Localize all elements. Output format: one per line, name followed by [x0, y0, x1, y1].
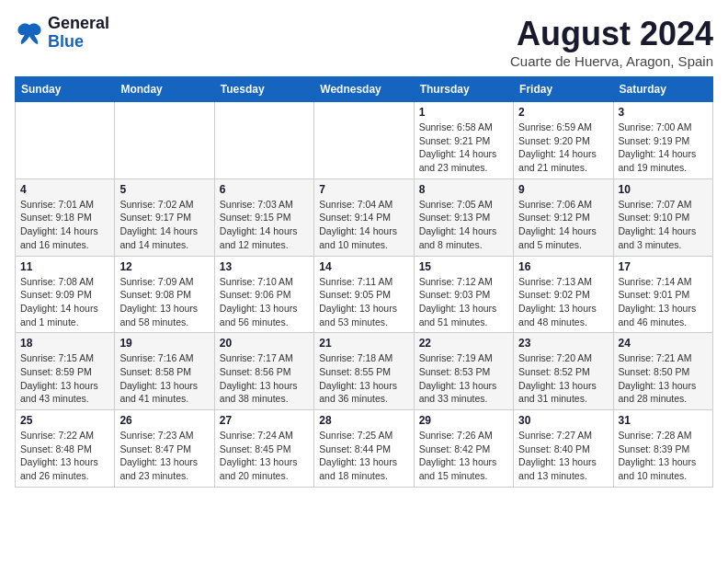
- day-number: 20: [220, 337, 309, 350]
- day-info: Sunrise: 7:26 AMSunset: 8:42 PMDaylight:…: [419, 429, 508, 483]
- day-number: 11: [20, 260, 109, 273]
- day-info: Sunrise: 7:04 AMSunset: 9:14 PMDaylight:…: [319, 198, 408, 252]
- calendar-cell: 22Sunrise: 7:19 AMSunset: 8:53 PMDayligh…: [414, 333, 513, 410]
- day-info: Sunrise: 7:20 AMSunset: 8:52 PMDaylight:…: [518, 351, 608, 406]
- logo: General Blue: [15, 15, 109, 52]
- weekday-header-sunday: Sunday: [16, 77, 115, 102]
- calendar-cell: 9Sunrise: 7:06 AMSunset: 9:12 PMDaylight…: [514, 178, 613, 256]
- calendar-cell: 13Sunrise: 7:10 AMSunset: 9:06 PMDayligh…: [214, 256, 313, 333]
- calendar-cell: 8Sunrise: 7:05 AMSunset: 9:13 PMDaylight…: [414, 178, 513, 256]
- calendar-table: SundayMondayTuesdayWednesdayThursdayFrid…: [15, 76, 713, 488]
- day-info: Sunrise: 6:59 AMSunset: 9:20 PMDaylight:…: [518, 121, 608, 175]
- day-number: 19: [119, 337, 209, 350]
- day-info: Sunrise: 7:09 AMSunset: 9:08 PMDaylight:…: [119, 275, 209, 329]
- day-number: 16: [518, 260, 608, 273]
- day-info: Sunrise: 7:08 AMSunset: 9:09 PMDaylight:…: [20, 275, 109, 329]
- calendar-cell: 11Sunrise: 7:08 AMSunset: 9:09 PMDayligh…: [16, 256, 115, 333]
- day-number: 28: [319, 414, 408, 427]
- day-number: 8: [419, 183, 508, 196]
- calendar-cell: 5Sunrise: 7:02 AMSunset: 9:17 PMDaylight…: [115, 178, 214, 256]
- weekday-header-tuesday: Tuesday: [214, 77, 313, 102]
- day-number: 25: [20, 414, 109, 427]
- calendar-cell: 7Sunrise: 7:04 AMSunset: 9:14 PMDaylight…: [314, 178, 414, 256]
- day-info: Sunrise: 7:21 AMSunset: 8:50 PMDaylight:…: [619, 351, 708, 406]
- month-title: August 2024: [510, 15, 713, 53]
- calendar-cell: 16Sunrise: 7:13 AMSunset: 9:02 PMDayligh…: [514, 256, 613, 333]
- calendar-cell: 23Sunrise: 7:20 AMSunset: 8:52 PMDayligh…: [514, 333, 613, 410]
- day-info: Sunrise: 7:00 AMSunset: 9:19 PMDaylight:…: [619, 121, 708, 175]
- weekday-header-saturday: Saturday: [613, 77, 712, 102]
- day-info: Sunrise: 7:06 AMSunset: 9:12 PMDaylight:…: [518, 198, 608, 252]
- day-info: Sunrise: 7:17 AMSunset: 8:56 PMDaylight:…: [220, 351, 309, 406]
- calendar-cell: 15Sunrise: 7:12 AMSunset: 9:03 PMDayligh…: [414, 256, 513, 333]
- day-number: 17: [619, 260, 708, 273]
- day-number: 21: [319, 337, 408, 350]
- day-number: 7: [319, 183, 408, 196]
- calendar-week-row: 25Sunrise: 7:22 AMSunset: 8:48 PMDayligh…: [16, 410, 713, 488]
- day-info: Sunrise: 7:14 AMSunset: 9:01 PMDaylight:…: [619, 275, 708, 329]
- calendar-cell: 2Sunrise: 6:59 AMSunset: 9:20 PMDaylight…: [514, 102, 613, 179]
- weekday-header-monday: Monday: [115, 77, 214, 102]
- day-info: Sunrise: 7:18 AMSunset: 8:55 PMDaylight:…: [319, 351, 408, 406]
- day-number: 31: [619, 414, 708, 427]
- day-info: Sunrise: 7:05 AMSunset: 9:13 PMDaylight:…: [419, 198, 508, 252]
- day-info: Sunrise: 7:02 AMSunset: 9:17 PMDaylight:…: [119, 198, 209, 252]
- day-info: Sunrise: 7:19 AMSunset: 8:53 PMDaylight:…: [419, 351, 508, 406]
- calendar-cell: 31Sunrise: 7:28 AMSunset: 8:39 PMDayligh…: [613, 410, 712, 488]
- calendar-cell: 25Sunrise: 7:22 AMSunset: 8:48 PMDayligh…: [16, 410, 115, 488]
- day-info: Sunrise: 7:10 AMSunset: 9:06 PMDaylight:…: [220, 275, 309, 329]
- day-number: 27: [220, 414, 309, 427]
- calendar-cell: 12Sunrise: 7:09 AMSunset: 9:08 PMDayligh…: [115, 256, 214, 333]
- calendar-cell: 1Sunrise: 6:58 AMSunset: 9:21 PMDaylight…: [414, 102, 513, 179]
- calendar-week-row: 4Sunrise: 7:01 AMSunset: 9:18 PMDaylight…: [16, 178, 713, 256]
- location-subtitle: Cuarte de Huerva, Aragon, Spain: [510, 53, 713, 69]
- day-number: 3: [619, 106, 708, 119]
- day-info: Sunrise: 7:15 AMSunset: 8:59 PMDaylight:…: [20, 351, 109, 406]
- day-number: 6: [220, 183, 309, 196]
- day-info: Sunrise: 7:27 AMSunset: 8:40 PMDaylight:…: [518, 429, 608, 483]
- calendar-cell: 14Sunrise: 7:11 AMSunset: 9:05 PMDayligh…: [314, 256, 414, 333]
- day-number: 13: [220, 260, 309, 273]
- calendar-cell: 3Sunrise: 7:00 AMSunset: 9:19 PMDaylight…: [613, 102, 712, 179]
- day-number: 10: [619, 183, 708, 196]
- calendar-cell: 28Sunrise: 7:25 AMSunset: 8:44 PMDayligh…: [314, 410, 414, 488]
- day-number: 4: [20, 183, 109, 196]
- day-number: 18: [20, 337, 109, 350]
- calendar-cell: [314, 102, 414, 179]
- day-info: Sunrise: 7:24 AMSunset: 8:45 PMDaylight:…: [220, 429, 309, 483]
- calendar-cell: 24Sunrise: 7:21 AMSunset: 8:50 PMDayligh…: [613, 333, 712, 410]
- weekday-header-thursday: Thursday: [414, 77, 513, 102]
- day-info: Sunrise: 7:28 AMSunset: 8:39 PMDaylight:…: [619, 429, 708, 483]
- day-number: 22: [419, 337, 508, 350]
- calendar-cell: 20Sunrise: 7:17 AMSunset: 8:56 PMDayligh…: [214, 333, 313, 410]
- logo-icon: [15, 20, 44, 46]
- title-block: August 2024 Cuarte de Huerva, Aragon, Sp…: [510, 15, 713, 69]
- day-info: Sunrise: 7:25 AMSunset: 8:44 PMDaylight:…: [319, 429, 408, 483]
- calendar-cell: 19Sunrise: 7:16 AMSunset: 8:58 PMDayligh…: [115, 333, 214, 410]
- calendar-cell: [214, 102, 313, 179]
- day-info: Sunrise: 6:58 AMSunset: 9:21 PMDaylight:…: [419, 121, 508, 175]
- calendar-cell: 29Sunrise: 7:26 AMSunset: 8:42 PMDayligh…: [414, 410, 513, 488]
- logo-text: General Blue: [48, 15, 109, 52]
- day-number: 2: [518, 106, 608, 119]
- day-info: Sunrise: 7:07 AMSunset: 9:10 PMDaylight:…: [619, 198, 708, 252]
- day-number: 9: [518, 183, 608, 196]
- day-number: 29: [419, 414, 508, 427]
- day-number: 26: [119, 414, 209, 427]
- day-number: 14: [319, 260, 408, 273]
- day-number: 15: [419, 260, 508, 273]
- day-number: 12: [119, 260, 209, 273]
- day-info: Sunrise: 7:11 AMSunset: 9:05 PMDaylight:…: [319, 275, 408, 329]
- calendar-cell: 10Sunrise: 7:07 AMSunset: 9:10 PMDayligh…: [613, 178, 712, 256]
- calendar-week-row: 18Sunrise: 7:15 AMSunset: 8:59 PMDayligh…: [16, 333, 713, 410]
- page-header: General Blue August 2024 Cuarte de Huerv…: [15, 15, 713, 69]
- day-number: 23: [518, 337, 608, 350]
- weekday-header-wednesday: Wednesday: [314, 77, 414, 102]
- day-number: 5: [119, 183, 209, 196]
- calendar-week-row: 1Sunrise: 6:58 AMSunset: 9:21 PMDaylight…: [16, 102, 713, 179]
- calendar-cell: 6Sunrise: 7:03 AMSunset: 9:15 PMDaylight…: [214, 178, 313, 256]
- day-number: 24: [619, 337, 708, 350]
- day-info: Sunrise: 7:01 AMSunset: 9:18 PMDaylight:…: [20, 198, 109, 252]
- calendar-cell: 18Sunrise: 7:15 AMSunset: 8:59 PMDayligh…: [16, 333, 115, 410]
- calendar-cell: [16, 102, 115, 179]
